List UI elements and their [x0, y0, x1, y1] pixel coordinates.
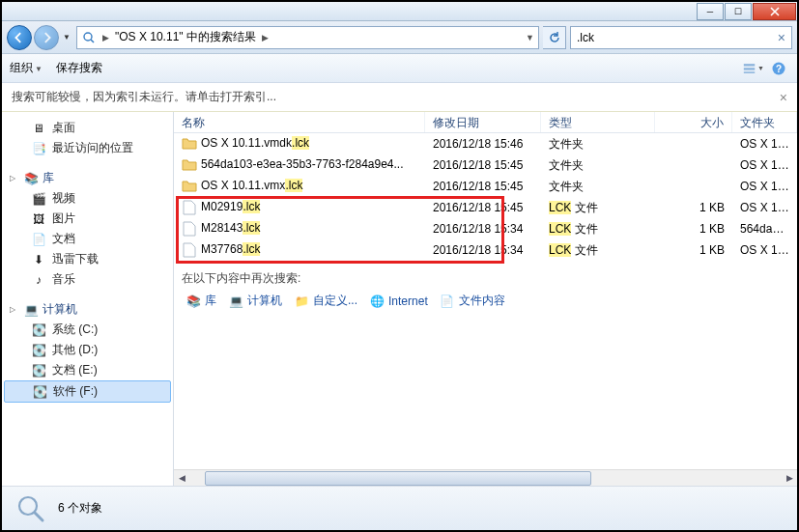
folder-icon — [182, 179, 197, 194]
libraries-icon: 📚 — [185, 294, 201, 309]
refresh-button[interactable] — [543, 26, 566, 49]
col-type[interactable]: 类型 — [541, 112, 655, 132]
address-dropdown-icon[interactable]: ▼ — [526, 33, 534, 42]
svg-rect-2 — [744, 68, 755, 70]
folder-icon — [182, 157, 197, 173]
status-bar: 6 个对象 — [2, 486, 797, 530]
nav-drive-c[interactable]: 💽系统 (C:) — [4, 320, 171, 340]
download-icon: ⬇ — [31, 252, 46, 267]
search-scope-internet-icon[interactable]: 🌐Internet — [369, 294, 428, 309]
file-row[interactable]: 564da103-e3ea-35b3-7763-f284a9e4...2016/… — [174, 154, 797, 176]
search-folder-icon — [81, 30, 97, 45]
address-row: ▼ ▶ "OS X 10.11" 中的搜索结果 ▶ ▼ × — [2, 21, 797, 54]
search-scope-libraries-icon[interactable]: 📚库 — [185, 293, 216, 309]
horizontal-scrollbar[interactable]: ◀ ▶ — [174, 469, 797, 486]
internet-icon: 🌐 — [369, 294, 385, 309]
music-icon: ♪ — [31, 272, 46, 288]
file-row[interactable]: M37768.lck2016/12/18 15:34LCK 文件1 KBOS X… — [174, 239, 797, 261]
title-bar: ─ ☐ — [2, 2, 797, 21]
search-scope-computer-icon[interactable]: 💻计算机 — [228, 293, 282, 309]
nav-libraries-header[interactable]: ▷📚库 — [4, 168, 171, 188]
svg-text:?: ? — [776, 64, 782, 74]
drive-icon: 💽 — [31, 363, 46, 378]
file-icon — [182, 200, 197, 215]
status-count: 6 个对象 — [58, 500, 102, 517]
custom-icon: 📁 — [294, 294, 309, 309]
documents-icon: 📄 — [31, 232, 46, 247]
address-bar[interactable]: ▶ "OS X 10.11" 中的搜索结果 ▶ ▼ — [76, 26, 539, 49]
search-scope-custom-icon[interactable]: 📁自定义... — [294, 293, 357, 309]
column-headers: 名称 修改日期 类型 大小 文件夹 — [174, 112, 797, 133]
nav-recent[interactable]: 📑最近访问的位置 — [4, 138, 171, 158]
navigation-pane: 🖥桌面 📑最近访问的位置 ▷📚库 🎬视频 🖼图片 📄文档 ⬇迅雷下载 ♪音乐 ▷… — [2, 112, 174, 486]
col-name[interactable]: 名称 — [174, 112, 425, 132]
col-size[interactable]: 大小 — [655, 112, 732, 132]
minimize-button[interactable]: ─ — [697, 3, 724, 20]
computer-icon: 💻 — [23, 302, 39, 318]
breadcrumb-sep-icon: ▶ — [102, 33, 109, 42]
nav-computer-header[interactable]: ▷💻计算机 — [4, 299, 171, 320]
results-pane: 名称 修改日期 类型 大小 文件夹 OS X 10.11.vmdk.lck201… — [174, 112, 797, 486]
nav-documents[interactable]: 📄文档 — [4, 229, 171, 249]
view-options-button[interactable]: ▼ — [743, 58, 764, 79]
close-button[interactable] — [753, 3, 796, 20]
save-search-button[interactable]: 保存搜索 — [56, 60, 102, 76]
libraries-icon: 📚 — [23, 171, 39, 186]
organize-menu[interactable]: 组织▼ — [10, 60, 43, 76]
nav-history-dropdown[interactable]: ▼ — [61, 33, 72, 42]
drive-icon: 💽 — [31, 322, 46, 338]
nav-music[interactable]: ♪音乐 — [4, 269, 171, 290]
file-row[interactable]: OS X 10.11.vmdk.lck2016/12/18 15:46文件夹OS… — [174, 133, 797, 154]
nav-drive-f[interactable]: 💽软件 (F:) — [4, 380, 171, 403]
file-icon — [182, 242, 197, 258]
clear-search-icon[interactable]: × — [778, 30, 785, 45]
svg-rect-3 — [744, 71, 755, 73]
drive-icon: 💽 — [31, 343, 46, 358]
pictures-icon: 🖼 — [31, 211, 46, 227]
search-scope-content-icon[interactable]: 📄文件内容 — [440, 293, 505, 309]
help-button[interactable]: ? — [768, 58, 789, 79]
nav-xunlei[interactable]: ⬇迅雷下载 — [4, 249, 171, 269]
search-again-section: 在以下内容中再次搜索:📚库💻计算机📁自定义...🌐Internet📄文件内容 — [174, 261, 797, 319]
nav-drive-d[interactable]: 💽其他 (D:) — [4, 340, 171, 360]
search-box[interactable]: × — [570, 26, 792, 49]
magnifier-icon — [14, 491, 48, 526]
maximize-button[interactable]: ☐ — [725, 3, 752, 20]
scrollbar-thumb[interactable] — [205, 471, 591, 486]
toolbar: 组织▼ 保存搜索 ▼ ? — [2, 54, 797, 83]
info-close-icon[interactable]: × — [780, 90, 787, 105]
breadcrumb-sep-icon: ▶ — [262, 33, 269, 42]
forward-button[interactable] — [34, 25, 59, 50]
file-row[interactable]: M28143.lck2016/12/18 15:34LCK 文件1 KB564d… — [174, 218, 797, 239]
nav-pictures[interactable]: 🖼图片 — [4, 209, 171, 229]
folder-icon — [182, 136, 197, 152]
breadcrumb-label: "OS X 10.11" 中的搜索结果 — [115, 29, 256, 45]
nav-drive-e[interactable]: 💽文档 (E:) — [4, 360, 171, 380]
file-row[interactable]: OS X 10.11.vmx.lck2016/12/18 15:45文件夹OS … — [174, 176, 797, 197]
content-icon: 📄 — [440, 294, 455, 309]
desktop-icon: 🖥 — [31, 121, 46, 136]
computer-icon: 💻 — [228, 294, 243, 309]
file-row[interactable]: M02919.lck2016/12/18 15:45LCK 文件1 KBOS X… — [174, 197, 797, 218]
col-folder[interactable]: 文件夹 — [732, 112, 797, 132]
svg-point-0 — [84, 33, 92, 41]
col-date[interactable]: 修改日期 — [425, 112, 541, 132]
nav-desktop[interactable]: 🖥桌面 — [4, 118, 171, 138]
nav-videos[interactable]: 🎬视频 — [4, 188, 171, 209]
search-input[interactable] — [577, 31, 778, 44]
info-text: 搜索可能较慢，因为索引未运行。请单击打开索引... — [12, 89, 276, 105]
svg-rect-1 — [744, 64, 755, 66]
file-icon — [182, 221, 197, 237]
video-icon: 🎬 — [31, 191, 46, 207]
back-button[interactable] — [7, 25, 32, 50]
drive-icon: 💽 — [32, 384, 47, 400]
index-info-bar[interactable]: 搜索可能较慢，因为索引未运行。请单击打开索引... × — [2, 83, 797, 112]
recent-icon: 📑 — [31, 141, 46, 156]
